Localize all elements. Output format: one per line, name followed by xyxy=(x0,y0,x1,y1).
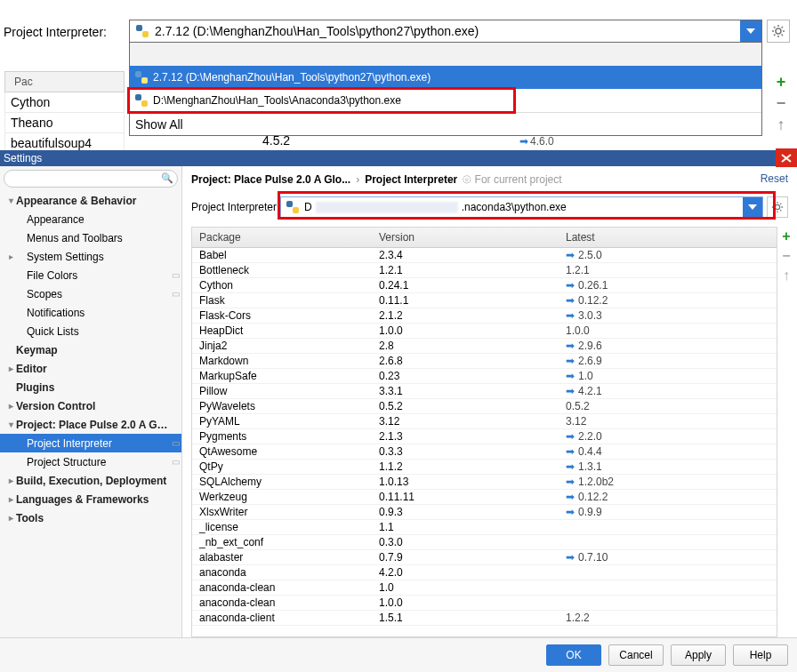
sidebar-item-label: Project Structure xyxy=(27,456,169,468)
package-row[interactable]: Werkzeug0.11.11➡0.12.2 xyxy=(192,490,777,505)
sidebar-item[interactable]: Notifications xyxy=(0,303,181,322)
upgrade-package-button[interactable]: ↑ xyxy=(783,266,790,285)
sidebar-item[interactable]: Menus and Toolbars xyxy=(0,228,181,247)
close-button[interactable] xyxy=(776,148,797,167)
package-name: PyWavelets xyxy=(192,400,379,412)
breadcrumb: Project: Place Pulse 2.0 A Glo... › Proj… xyxy=(182,166,797,193)
upgrade-arrow-icon: ➡ xyxy=(566,445,575,458)
package-name: MarkupSafe xyxy=(192,370,379,382)
sidebar-item[interactable]: Keymap xyxy=(0,340,181,359)
svg-rect-4 xyxy=(141,77,148,84)
sidebar-item[interactable]: ▸Tools xyxy=(0,508,181,527)
package-version: 2.1.2 xyxy=(379,309,566,322)
package-row[interactable]: Flask-Cors2.1.2➡3.0.3 xyxy=(192,308,777,324)
col-latest[interactable]: Latest xyxy=(566,228,777,247)
help-button[interactable]: Help xyxy=(733,644,788,666)
project-interpreter-label: Project Interpreter: xyxy=(4,25,107,39)
sidebar-item[interactable]: ▸System Settings xyxy=(0,247,181,266)
package-row[interactable]: PyYAML3.123.12 xyxy=(192,414,777,429)
project-interpreter-combo[interactable]: 2.7.12 (D:\MenghanZhou\Han_Tools\python2… xyxy=(129,20,762,43)
sidebar-item[interactable]: Plugins xyxy=(0,378,181,396)
ok-button[interactable]: OK xyxy=(546,644,601,666)
package-row[interactable]: HeapDict1.0.01.0.0 xyxy=(192,324,777,339)
sidebar-item[interactable]: ▸Languages & Frameworks xyxy=(0,490,181,508)
package-row[interactable]: Jinja22.8➡2.9.6 xyxy=(192,339,777,354)
dropdown-arrow-icon[interactable] xyxy=(740,20,761,42)
package-version: 1.5.1 xyxy=(379,612,566,624)
dropdown-arrow-icon[interactable] xyxy=(743,197,762,217)
cancel-button[interactable]: Cancel xyxy=(608,644,664,666)
package-row[interactable]: Babel2.3.4➡2.5.0 xyxy=(192,248,777,263)
sidebar-item[interactable]: Project Interpreter▭ xyxy=(0,434,181,452)
caret-icon: ▾ xyxy=(5,420,16,429)
package-latest: ➡1.3.1 xyxy=(566,460,777,473)
interp-suffix: .naconda3\python.exe xyxy=(462,201,567,213)
package-row[interactable]: QtAwesome0.3.3➡0.4.4 xyxy=(192,444,777,460)
package-row[interactable]: anaconda-clean1.0.0 xyxy=(192,596,777,611)
remove-interpreter-button[interactable]: − xyxy=(772,92,790,114)
reset-link[interactable]: Reset xyxy=(761,172,788,185)
caret-icon: ▸ xyxy=(5,476,16,485)
crumb-project[interactable]: Project: Place Pulse 2.0 A Glo... xyxy=(191,173,350,186)
sidebar-item[interactable]: Scopes▭ xyxy=(0,284,181,303)
package-row[interactable]: anaconda4.2.0 xyxy=(192,565,777,580)
svg-rect-8 xyxy=(293,207,299,213)
dropdown-show-all[interactable]: Show All xyxy=(130,112,761,135)
settings-search-input[interactable] xyxy=(4,170,178,188)
package-row[interactable]: _license1.1 xyxy=(192,520,777,535)
sidebar-item[interactable]: Appearance xyxy=(0,210,181,228)
package-name: QtPy xyxy=(192,460,379,473)
package-name: anaconda-client xyxy=(192,612,379,624)
package-name: alabaster xyxy=(192,551,379,564)
remove-package-button[interactable]: − xyxy=(782,246,790,266)
sidebar-item[interactable]: ▸Editor xyxy=(0,359,181,378)
sidebar-item-label: Project: Place Pulse 2.0 A Glo... xyxy=(16,419,169,431)
package-row[interactable]: Markdown2.6.8➡2.6.9 xyxy=(192,354,777,369)
package-table[interactable]: Package Version Latest Babel2.3.4➡2.5.0B… xyxy=(191,227,777,637)
package-name: QtAwesome xyxy=(192,445,379,458)
sidebar-item[interactable]: ▾Appearance & Behavior xyxy=(0,191,181,210)
sidebar-item-label: File Colors xyxy=(27,269,169,282)
package-row[interactable]: Cython0.24.1➡0.26.1 xyxy=(192,278,777,293)
interpreter-combo[interactable]: D .naconda3\python.exe xyxy=(280,196,763,218)
package-row[interactable]: anaconda-clean1.0 xyxy=(192,580,777,596)
col-package[interactable]: Package xyxy=(192,228,379,247)
upgrade-arrow-icon: ➡ xyxy=(566,279,575,292)
add-interpreter-button[interactable]: + xyxy=(772,71,790,92)
sidebar-item[interactable]: ▾Project: Place Pulse 2.0 A Glo... xyxy=(0,415,181,434)
package-version: 2.8 xyxy=(379,340,566,352)
package-row[interactable]: QtPy1.1.2➡1.3.1 xyxy=(192,460,777,475)
package-row[interactable]: Bottleneck1.2.11.2.1 xyxy=(192,263,777,278)
sidebar-item[interactable]: ▸Version Control xyxy=(0,396,181,415)
sidebar-item[interactable]: File Colors▭ xyxy=(0,266,181,284)
sidebar-item-label: Scopes xyxy=(27,288,169,300)
sidebar-item[interactable]: ▸Build, Execution, Deployment xyxy=(0,471,181,490)
upgrade-arrow-icon: ➡ xyxy=(566,249,575,261)
up-arrow-icon[interactable]: ↑ xyxy=(772,114,790,135)
package-row[interactable]: _nb_ext_conf0.3.0 xyxy=(192,535,777,550)
settings-gear-icon[interactable] xyxy=(767,20,790,43)
package-row[interactable]: MarkupSafe0.23➡1.0 xyxy=(192,369,777,384)
settings-gear-icon[interactable] xyxy=(767,196,788,218)
package-row[interactable]: XlsxWriter0.9.3➡0.9.9 xyxy=(192,505,777,520)
dropdown-item[interactable]: D:\MenghanZhou\Han_Tools\Anaconda3\pytho… xyxy=(130,89,761,112)
sidebar-item[interactable]: Project Structure▭ xyxy=(0,452,181,471)
package-version: 0.11.11 xyxy=(379,491,566,503)
sidebar-item[interactable]: Quick Lists xyxy=(0,322,181,340)
package-row[interactable]: Pillow3.3.1➡4.2.1 xyxy=(192,384,777,399)
package-name: Babel xyxy=(192,249,379,261)
package-version: 4.2.0 xyxy=(379,566,566,579)
apply-button[interactable]: Apply xyxy=(671,644,726,666)
package-row[interactable]: Flask0.11.1➡0.12.2 xyxy=(192,293,777,308)
package-row[interactable]: alabaster0.7.9➡0.7.10 xyxy=(192,550,777,565)
add-package-button[interactable]: + xyxy=(782,227,790,246)
package-row[interactable]: anaconda-client1.5.11.2.2 xyxy=(192,611,777,626)
caret-icon: ▸ xyxy=(5,364,16,373)
settings-tab[interactable]: Settings xyxy=(0,150,779,166)
package-row[interactable]: SQLAlchemy1.0.13➡1.2.0b2 xyxy=(192,475,777,490)
dropdown-item[interactable]: 2.7.12 (D:\MenghanZhou\Han_Tools\python2… xyxy=(130,66,761,89)
col-version[interactable]: Version xyxy=(379,228,566,247)
upgrade-arrow-icon: ➡ xyxy=(566,430,575,443)
package-row[interactable]: Pygments2.1.3➡2.2.0 xyxy=(192,429,777,444)
package-row[interactable]: PyWavelets0.5.20.5.2 xyxy=(192,399,777,414)
